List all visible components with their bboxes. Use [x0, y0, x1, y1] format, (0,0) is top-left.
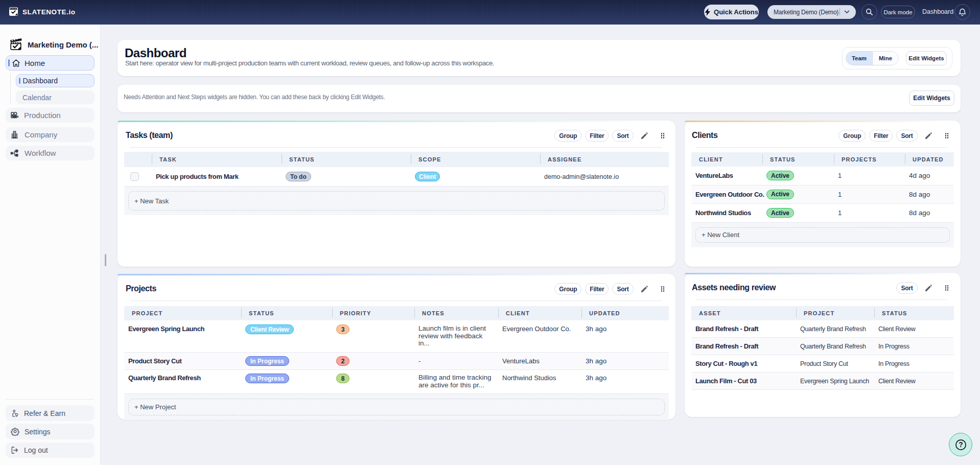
svg-text:?: ?: [959, 440, 963, 449]
